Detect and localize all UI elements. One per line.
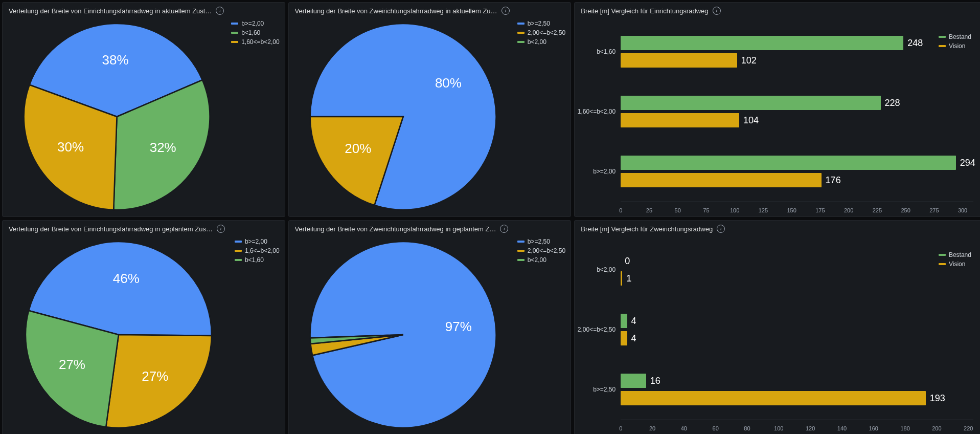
- legend-label: b>=2,50: [528, 237, 550, 246]
- legend: BestandVision: [939, 248, 976, 269]
- info-icon[interactable]: i: [216, 7, 224, 15]
- category-label: 1,60<=b<2,00: [575, 108, 616, 115]
- panel-title: Verteilung der Breite von Einrichtungsfa…: [9, 225, 213, 233]
- legend-item[interactable]: 2,00<=b<2,50: [517, 246, 565, 255]
- legend-item[interactable]: Vision: [939, 41, 971, 51]
- bar-vision[interactable]: 102: [621, 53, 737, 68]
- pie-slice-label: 80%: [435, 75, 462, 91]
- panel-pie-zweirichtung-ist[interactable]: Verteilung der Breite von Zweirichtungsf…: [288, 2, 572, 217]
- legend-swatch: [231, 41, 238, 43]
- legend-label: b<2,00: [528, 37, 546, 47]
- panel-bar-zweirichtung[interactable]: Breite [m] Vergleich für Zweirichtungsra…: [574, 220, 980, 434]
- info-icon[interactable]: i: [500, 225, 508, 233]
- panel-pie-einrichtung-ist[interactable]: Verteilung der Breite von Einrichtungsfa…: [2, 2, 285, 217]
- bar-bestand[interactable]: 248: [621, 36, 903, 50]
- category-label: b>=2,00: [575, 168, 616, 175]
- legend-item[interactable]: b>=2,50: [517, 237, 565, 246]
- x-tick: 150: [787, 207, 796, 213]
- legend-swatch: [939, 254, 946, 256]
- legend-item[interactable]: b<1,60: [235, 255, 280, 265]
- legend-label: b>=2,00: [241, 19, 264, 28]
- legend-swatch: [939, 36, 946, 38]
- x-tick: 160: [869, 425, 878, 431]
- x-tick: 40: [681, 425, 687, 431]
- bar-value-label: 0: [621, 256, 630, 267]
- legend-swatch: [939, 263, 946, 265]
- info-icon[interactable]: i: [217, 225, 225, 233]
- bar-value-label: 228: [881, 98, 900, 108]
- x-tick: 175: [815, 207, 825, 213]
- legend-label: 2,00<=b<2,50: [528, 28, 565, 37]
- bar-value-label: 16: [646, 375, 660, 386]
- panel-bar-einrichtung[interactable]: Breite [m] Vergleich für Einrichtungsrad…: [574, 2, 980, 217]
- x-tick: 80: [744, 425, 750, 431]
- legend-label: Bestand: [949, 32, 971, 41]
- legend-item[interactable]: Vision: [939, 259, 971, 269]
- legend: b>=2,001,6<=b<2,00b<1,60: [235, 235, 285, 434]
- x-tick: 0: [619, 207, 622, 213]
- bar-vision[interactable]: 4: [621, 331, 627, 345]
- panel-header: Verteilung der Breite von Einrichtungsfa…: [3, 3, 285, 17]
- legend-swatch: [517, 241, 525, 243]
- legend-item[interactable]: b<1,60: [231, 28, 279, 37]
- category-label: b<1,60: [575, 48, 616, 55]
- panel-title: Verteilung der Breite von Zweirichtungsf…: [295, 225, 496, 233]
- legend-swatch: [939, 45, 946, 47]
- x-tick: 20: [649, 425, 655, 431]
- panel-header: Verteilung der Breite von Zweirichtungsf…: [289, 221, 571, 235]
- panel-body: b<2,00012,00<=b<2,5044b>=2,5016193020406…: [575, 235, 980, 434]
- pie-chart: 80%20%: [289, 17, 517, 216]
- legend-label: 1,60<=b<2,00: [241, 37, 279, 47]
- legend: BestandVision: [939, 30, 976, 51]
- legend-item[interactable]: b<2,00: [517, 37, 565, 47]
- legend-item[interactable]: b>=2,00: [235, 237, 280, 246]
- bar-value-label: 4: [627, 333, 636, 344]
- bar-bestand[interactable]: 294: [621, 156, 955, 170]
- legend: b>=2,502,00<=b<2,50b<2,00: [517, 235, 571, 434]
- legend-label: b<2,00: [528, 255, 546, 265]
- bar-vision[interactable]: 1: [621, 271, 622, 286]
- pie-slice-label: 20%: [345, 141, 371, 156]
- bar-vision[interactable]: 193: [621, 391, 926, 405]
- legend-item[interactable]: Bestand: [939, 32, 971, 41]
- info-icon[interactable]: i: [713, 7, 721, 15]
- bar-value-label: 248: [903, 38, 923, 49]
- legend-label: Vision: [949, 41, 965, 51]
- legend-item[interactable]: 1,60<=b<2,00: [231, 37, 279, 47]
- bar-bestand[interactable]: 16: [621, 374, 646, 388]
- info-icon[interactable]: i: [717, 225, 725, 233]
- category-label: b<2,00: [575, 266, 616, 273]
- legend-swatch: [231, 32, 238, 34]
- x-axis: 020406080100120140160180200220: [621, 419, 973, 431]
- panel-header: Breite [m] Vergleich für Einrichtungsrad…: [575, 3, 980, 17]
- x-tick: 60: [713, 425, 719, 431]
- bar-value-label: 102: [737, 55, 757, 66]
- panel-pie-zweirichtung-plan[interactable]: Verteilung der Breite von Zweirichtungsf…: [288, 220, 572, 434]
- bar-vision[interactable]: 176: [621, 173, 821, 187]
- legend-item[interactable]: b<2,00: [517, 255, 565, 265]
- panel-pie-einrichtung-plan[interactable]: Verteilung der Breite von Einrichtungsfa…: [2, 220, 285, 434]
- bar-value-label: 104: [739, 115, 759, 126]
- pie-slice-label: 32%: [150, 140, 176, 155]
- x-tick: 220: [964, 425, 973, 431]
- legend-item[interactable]: b>=2,00: [231, 19, 279, 28]
- legend-item[interactable]: 2,00<=b<2,50: [517, 28, 565, 37]
- bar-vision[interactable]: 104: [621, 113, 739, 127]
- bar-bestand[interactable]: 4: [621, 314, 627, 328]
- pie-svg: 97%: [289, 235, 517, 434]
- x-tick: 225: [873, 207, 882, 213]
- panel-header: Verteilung der Breite von Zweirichtungsf…: [289, 3, 571, 17]
- info-icon[interactable]: i: [502, 7, 510, 15]
- x-tick: 120: [806, 425, 815, 431]
- dashboard-grid: Verteilung der Breite von Einrichtungsfa…: [0, 0, 980, 434]
- legend-item[interactable]: b>=2,50: [517, 19, 565, 28]
- bar-bestand[interactable]: 228: [621, 96, 880, 110]
- legend-item[interactable]: 1,6<=b<2,00: [235, 246, 280, 255]
- x-tick: 50: [675, 207, 681, 213]
- legend-swatch: [235, 250, 242, 252]
- x-tick: 75: [703, 207, 709, 213]
- x-axis: 0255075100125150175200225250275300: [621, 201, 973, 213]
- legend-item[interactable]: Bestand: [939, 250, 971, 259]
- legend-swatch: [235, 241, 242, 243]
- x-tick: 200: [932, 425, 941, 431]
